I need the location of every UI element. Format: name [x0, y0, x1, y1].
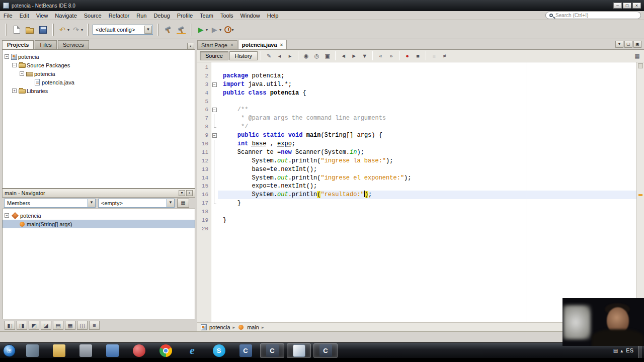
tab-services[interactable]: Services [58, 40, 89, 49]
taskbar-app-blue[interactable] [100, 343, 124, 358]
code-line-19[interactable]: 19} [197, 216, 636, 225]
menu-profile[interactable]: Profile [174, 12, 196, 19]
menu-edit[interactable]: Edit [16, 12, 33, 19]
save-all-button[interactable] [36, 23, 49, 36]
undo-button[interactable]: ↶▾ [57, 23, 70, 36]
tree-item-potencia-java[interactable]: potencia.java [3, 78, 195, 86]
history-view-button[interactable]: History [229, 51, 258, 60]
shift-left-icon[interactable]: « [376, 51, 385, 61]
output-window-icon[interactable]: ▤ [53, 321, 63, 330]
taskbar-netbeans[interactable] [287, 343, 311, 358]
editor-tab-start-page[interactable]: Start Page× [197, 40, 237, 49]
start-button[interactable]: ⊞ [3, 344, 16, 357]
forward-icon[interactable]: ▸ [285, 51, 295, 61]
collapse-icon[interactable]: − [12, 63, 17, 67]
start-macro-icon[interactable]: ● [403, 51, 412, 61]
tree-item-potencia[interactable]: −potencia [3, 52, 195, 61]
list-window-icon[interactable]: ≡ [89, 321, 100, 330]
menu-window[interactable]: Window [237, 12, 264, 19]
code-line-12[interactable]: 12 System.out.println("ingrese la base:"… [197, 157, 636, 165]
code-line-4[interactable]: 4public class potencia { [197, 89, 636, 98]
menu-navigate[interactable]: Navigate [51, 12, 80, 19]
code-line-11[interactable]: 11 Scanner te =new Scanner(System.in); [197, 148, 636, 157]
collapse-icon[interactable]: − [20, 71, 24, 76]
close-navigator-icon[interactable]: ▪ [186, 190, 193, 196]
minimize-window-icon[interactable]: ▾ [615, 41, 623, 48]
uncomment-icon[interactable]: ≠ [440, 51, 449, 61]
taskbar-chrome[interactable] [153, 343, 178, 358]
menu-tools[interactable]: Tools [217, 12, 237, 19]
toggle-highlight-icon[interactable]: ▣ [323, 51, 332, 61]
code-line-15[interactable]: 15 expo=te.nextInt(); [197, 182, 636, 191]
code-line-5[interactable]: 5 [197, 98, 636, 106]
menu-help[interactable]: Help [264, 12, 282, 19]
editor-body[interactable]: 12package potencia;3−import java.util.*;… [197, 62, 644, 322]
menu-source[interactable]: Source [80, 12, 105, 19]
tray-keyboard-icon[interactable]: ▤ [613, 348, 618, 353]
tab-projects[interactable]: Projects [2, 40, 34, 49]
collapse-icon[interactable]: − [5, 213, 9, 218]
toggle-bookmark-icon[interactable]: ▼ [360, 51, 369, 61]
sort-navigator-icon[interactable]: ▾ [179, 190, 185, 196]
editor-tab-potencia-java[interactable]: potencia.java× [238, 40, 287, 49]
clean-build-button[interactable] [175, 23, 188, 36]
code-line-2[interactable]: 2package potencia; [197, 72, 636, 80]
dock-top-icon[interactable]: ◩ [29, 321, 39, 330]
scope-select[interactable]: <empty> ▼ [98, 199, 175, 208]
breadcrumb-item-main[interactable]: main [247, 324, 259, 330]
split-window-icon[interactable]: ◫ [77, 321, 88, 330]
close-tab-icon[interactable]: × [230, 42, 233, 48]
last-edit-icon[interactable]: ✎ [264, 51, 274, 61]
open-project-button[interactable] [23, 23, 36, 36]
breadcrumb-item-potencia[interactable]: potencia [209, 324, 230, 330]
navigator-filter-button[interactable]: ▦ [177, 199, 189, 208]
code-line-6[interactable]: 6− /** [197, 106, 636, 114]
run-project-button[interactable]: ▶▾ [195, 23, 209, 36]
dock-left-icon[interactable]: ◧ [5, 321, 15, 330]
code-line-13[interactable]: 13 base=te.nextInt(); [197, 165, 636, 174]
taskbar-app-gray[interactable] [73, 343, 98, 358]
members-select[interactable]: Members ▼ [4, 199, 96, 208]
close-button[interactable]: × [632, 3, 641, 9]
shift-right-icon[interactable]: » [386, 51, 396, 61]
menu-debug[interactable]: Debug [150, 12, 173, 19]
code-line-3[interactable]: 3−import java.util.*; [197, 80, 636, 89]
menu-view[interactable]: View [33, 12, 52, 19]
find-occurrence-icon[interactable]: ◎ [312, 51, 321, 61]
fold-collapse-icon[interactable]: − [212, 108, 217, 112]
taskbar-app-media[interactable] [20, 343, 44, 358]
next-bookmark-icon[interactable]: ► [349, 51, 359, 61]
float-window-icon[interactable]: ▢ [624, 41, 632, 48]
previous-bookmark-icon[interactable]: ◄ [339, 51, 348, 61]
tree-item-potencia[interactable]: −potencia [3, 211, 195, 220]
taskbar-app-folder[interactable] [47, 343, 71, 358]
source-view-button[interactable]: Source [200, 51, 228, 60]
menu-file[interactable]: File [0, 12, 16, 19]
taskbar-skype[interactable]: S [207, 343, 231, 358]
code-line-20[interactable]: 20 [197, 225, 636, 233]
grid-window-icon[interactable]: ▦ [65, 321, 75, 330]
expand-icon[interactable]: + [12, 88, 17, 93]
code-line-16[interactable]: 16 System.out.println("resultado:"); [197, 191, 636, 199]
language-indicator[interactable]: ES [626, 347, 633, 353]
code-line-18[interactable]: 18 [197, 208, 636, 216]
menu-team[interactable]: Team [196, 12, 217, 19]
config-select[interactable]: <default config>▼ [93, 25, 153, 35]
search-box[interactable]: Search (Ctrl+I) [545, 12, 641, 19]
dock-right-icon[interactable]: ◨ [17, 321, 27, 330]
back-icon[interactable]: ◂ [275, 51, 284, 61]
code-line-9[interactable]: 9− public static void main(String[] args… [197, 131, 636, 140]
taskbar-internet-explorer[interactable]: e [180, 343, 204, 358]
stop-macro-icon[interactable]: ■ [413, 51, 423, 61]
tree-item-libraries[interactable]: +Libraries [3, 86, 195, 95]
code-line-17[interactable]: 17 } [197, 199, 636, 208]
code-line-14[interactable]: 14 System.out.println("ingrese el expone… [197, 174, 636, 183]
tab-files[interactable]: Files [35, 40, 56, 49]
comment-icon[interactable]: ≡ [429, 51, 439, 61]
build-project-button[interactable] [162, 23, 175, 36]
tray-show-hidden-icon[interactable]: ▴ [620, 348, 623, 353]
tree-item-source-packages[interactable]: −Source Packages [3, 61, 195, 69]
fold-collapse-icon[interactable]: − [212, 133, 217, 138]
dock-bottom-icon[interactable]: ◪ [41, 321, 51, 330]
code-line-8[interactable]: 8 */ [197, 123, 636, 131]
